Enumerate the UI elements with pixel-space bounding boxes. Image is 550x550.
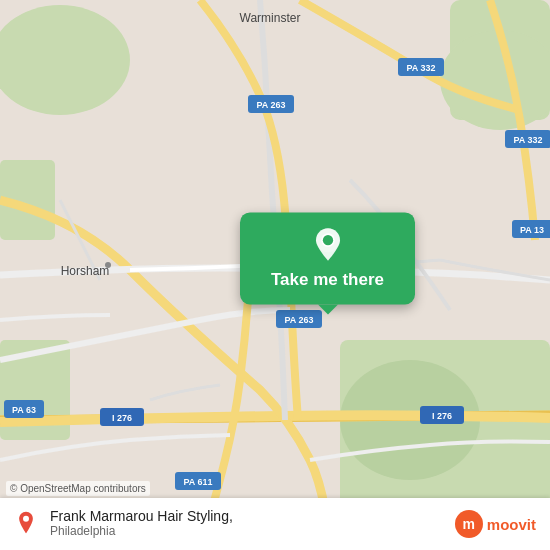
svg-text:PA 332: PA 332 [513, 135, 542, 145]
svg-text:PA 63: PA 63 [12, 405, 36, 415]
location-city: Philadelphia [50, 524, 233, 538]
svg-text:I 276: I 276 [112, 413, 132, 423]
card-bubble[interactable]: Take me there [240, 212, 415, 304]
svg-point-35 [322, 235, 332, 245]
location-pin-icon [310, 226, 346, 262]
svg-point-36 [23, 516, 29, 522]
location-name: Frank Marmarou Hair Styling, [50, 508, 233, 524]
svg-text:Warminster: Warminster [240, 11, 301, 25]
svg-text:PA 263: PA 263 [284, 315, 313, 325]
moovit-wordmark: moovit [487, 516, 536, 533]
svg-text:PA 13: PA 13 [520, 225, 544, 235]
svg-text:Horsham: Horsham [61, 264, 110, 278]
bottom-bar: Frank Marmarou Hair Styling, Philadelphi… [0, 498, 550, 550]
map-attribution: © OpenStreetMap contributors [6, 481, 150, 496]
map-container: PA 263 PA 332 PA 332 PA 13 PA 263 I 276 … [0, 0, 550, 550]
moovit-logo: m moovit [455, 510, 536, 538]
moovit-logo-icon: m [455, 510, 483, 538]
bottom-location-pin-icon [16, 511, 36, 535]
take-me-there-button[interactable]: Take me there [271, 270, 384, 290]
svg-text:PA 332: PA 332 [406, 63, 435, 73]
place-card: Take me there [240, 212, 415, 304]
svg-point-32 [105, 262, 111, 268]
svg-text:PA 263: PA 263 [256, 100, 285, 110]
svg-text:I 276: I 276 [432, 411, 452, 421]
svg-text:PA 611: PA 611 [183, 477, 212, 487]
